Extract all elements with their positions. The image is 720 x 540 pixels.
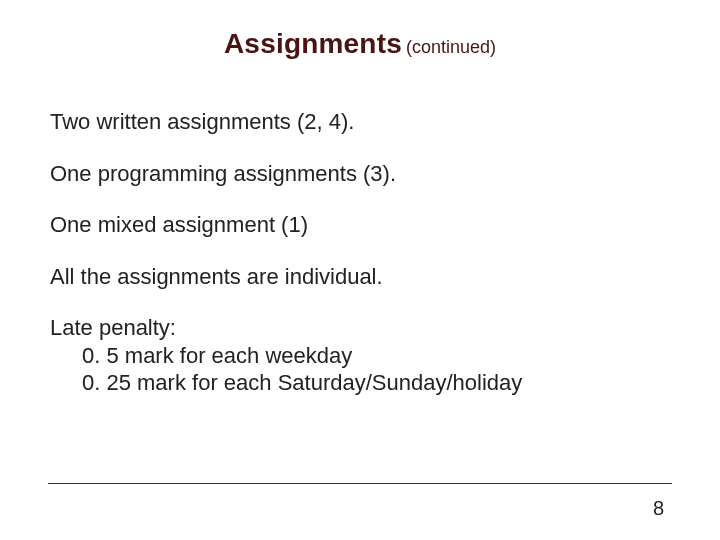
slide: Assignments(continued) Two written assig… (0, 0, 720, 540)
late-penalty-line-2: 0. 25 mark for each Saturday/Sunday/holi… (50, 369, 670, 397)
page-number: 8 (653, 497, 664, 520)
body-line-4: All the assignments are individual. (50, 263, 670, 291)
slide-title: Assignments(continued) (0, 28, 720, 60)
body-line-1: Two written assignments (2, 4). (50, 108, 670, 136)
late-penalty-label: Late penalty: (50, 314, 670, 342)
title-sub: (continued) (406, 37, 496, 57)
body-line-3: One mixed assignment (1) (50, 211, 670, 239)
slide-body: Two written assignments (2, 4). One prog… (50, 108, 670, 421)
body-line-2: One programming assignments (3). (50, 160, 670, 188)
late-penalty-block: Late penalty: 0. 5 mark for each weekday… (50, 314, 670, 397)
late-penalty-line-1: 0. 5 mark for each weekday (50, 342, 670, 370)
title-main: Assignments (224, 28, 402, 59)
footer-divider (48, 483, 672, 484)
